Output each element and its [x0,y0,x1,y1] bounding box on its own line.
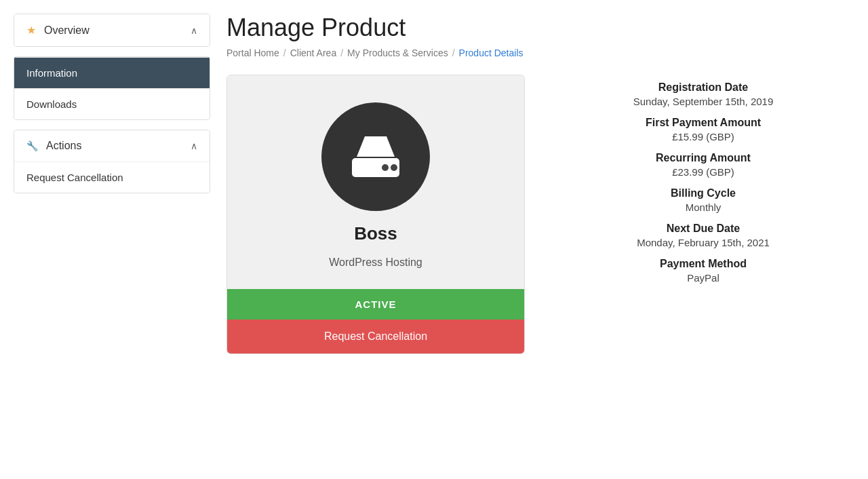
main-content: Manage Product Portal Home / Client Area… [226,14,854,465]
breadcrumb-sep-2: / [340,47,343,58]
product-subtitle: WordPress Hosting [329,256,422,269]
detail-value-1: £15.99 (GBP) [552,131,854,142]
product-name: Boss [354,223,397,244]
breadcrumb-client-area[interactable]: Client Area [290,47,336,58]
product-card: Boss WordPress Hosting ACTIVE Request Ca… [226,75,525,354]
page-title: Manage Product [226,14,854,42]
product-card-body: Boss WordPress Hosting [227,75,524,289]
detail-group-0: Registration DateSunday, September 15th,… [552,81,854,107]
content-area: Boss WordPress Hosting ACTIVE Request Ca… [226,75,854,354]
product-icon-circle [321,102,430,211]
detail-value-0: Sunday, September 15th, 2019 [552,96,854,107]
breadcrumb-sep-1: / [283,47,286,58]
detail-label-3: Billing Cycle [552,187,854,199]
sidebar-overview-label: Overview [44,24,90,37]
detail-label-2: Recurring Amount [552,152,854,164]
detail-group-5: Payment MethodPayPal [552,258,854,284]
sidebar-actions-label: Actions [46,140,81,152]
detail-label-4: Next Due Date [552,223,854,235]
detail-value-4: Monday, February 15th, 2021 [552,237,854,248]
chevron-up-icon: ∧ [191,25,197,36]
sidebar-item-downloads[interactable]: Downloads [14,88,210,119]
detail-value-3: Monthly [552,202,854,213]
sidebar: Overview ∧ Information Downloads Actions… [14,14,210,465]
breadcrumb-my-products[interactable]: My Products & Services [347,47,448,58]
breadcrumb-portal-home[interactable]: Portal Home [226,47,279,58]
sidebar-overview-section: Overview ∧ [14,14,210,47]
sidebar-overview-header[interactable]: Overview ∧ [14,14,210,46]
sidebar-actions-section: Actions ∧ Request Cancellation [14,130,210,193]
wrench-icon [26,140,39,152]
detail-group-3: Billing CycleMonthly [552,187,854,213]
status-bar: ACTIVE [227,289,524,320]
detail-group-2: Recurring Amount£23.99 (GBP) [552,152,854,178]
product-details-panel: Registration DateSunday, September 15th,… [552,75,854,290]
detail-group-1: First Payment Amount£15.99 (GBP) [552,117,854,142]
detail-label-5: Payment Method [552,258,854,270]
sidebar-info-section: Information Downloads [14,56,210,120]
detail-group-4: Next Due DateMonday, February 15th, 2021 [552,223,854,248]
chevron-up-icon-actions: ∧ [191,140,197,151]
sidebar-actions-header[interactable]: Actions ∧ [14,130,210,161]
breadcrumb: Portal Home / Client Area / My Products … [226,47,854,58]
breadcrumb-sep-3: / [452,47,455,58]
svg-marker-0 [357,136,395,157]
svg-point-2 [382,164,389,171]
breadcrumb-product-details: Product Details [459,47,524,58]
detail-value-2: £23.99 (GBP) [552,166,854,178]
sidebar-item-request-cancellation[interactable]: Request Cancellation [14,161,210,193]
sidebar-item-information[interactable]: Information [14,57,210,88]
server-svg-icon [342,130,410,184]
cancel-button[interactable]: Request Cancellation [227,320,524,353]
star-icon [26,24,37,37]
svg-point-3 [391,164,397,171]
detail-value-5: PayPal [552,272,854,284]
detail-label-0: Registration Date [552,81,854,94]
detail-label-1: First Payment Amount [552,117,854,129]
